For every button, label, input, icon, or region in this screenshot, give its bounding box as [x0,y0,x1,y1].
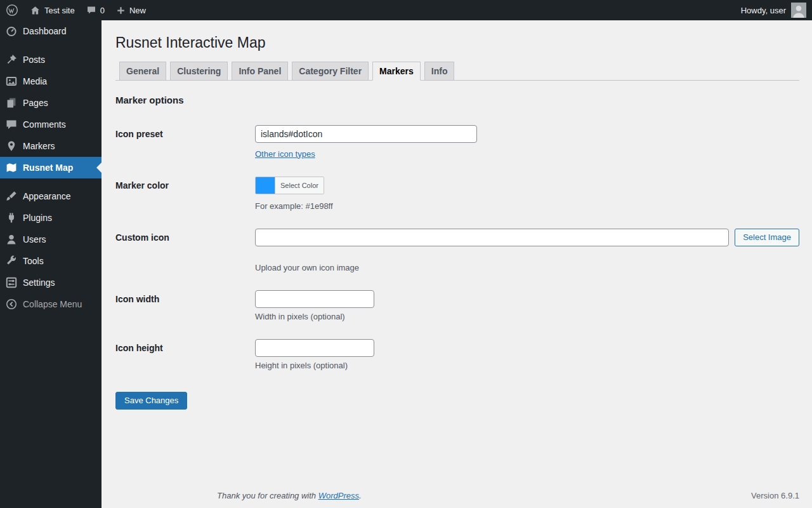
wordpress-link[interactable]: WordPress [318,491,359,500]
sidebar-item-label: Markers [23,141,59,151]
save-changes-button[interactable]: Save Changes [115,392,187,410]
wordpress-logo-icon [6,4,18,17]
sidebar-item-users[interactable]: Users [0,229,102,250]
tab-category-filter[interactable]: Category Filter [292,62,369,80]
brush-icon [0,190,23,203]
admin-bar: Test site 0 New Howdy, user [0,0,812,20]
select-image-button[interactable]: Select Image [735,229,799,246]
media-icon [0,75,23,88]
user-icon [0,233,23,246]
custom-icon-label: Custom icon [115,229,255,272]
custom-icon-input[interactable] [255,229,729,246]
sidebar-item-label: Pages [23,98,52,108]
sidebar-item-settings[interactable]: Settings [0,272,102,293]
form-row-icon-preset: Icon preset Other icon types [115,125,799,159]
comments-count: 0 [100,6,105,15]
settings-tab-bar: General Clustering Info Panel Category F… [115,62,799,81]
form-row-icon-height: Icon height Height in pixels (optional) [115,339,799,370]
footer-version: Version 6.9.1 [751,491,799,500]
dashboard-icon [0,25,23,37]
marker-color-label: Marker color [115,177,255,211]
footer-thanks-text: Thank you for creating with [217,491,316,500]
pages-icon [0,97,23,109]
wrench-icon [0,255,23,267]
form-row-marker-color: Marker color Select Color For example: #… [115,177,799,211]
sidebar-item-label: Media [23,76,51,86]
user-avatar [791,3,806,18]
icon-preset-input[interactable] [255,125,477,143]
comment-icon [86,5,96,15]
icon-height-hint: Height in pixels (optional) [255,361,799,370]
sidebar-item-plugins[interactable]: Plugins [0,207,102,229]
admin-bar-left: Test site 0 New [0,0,152,20]
marker-color-hint: For example: #1e98ff [255,201,799,211]
howdy-text: Howdy, user [741,6,786,15]
icon-width-label: Icon width [115,290,255,321]
my-account-menu[interactable]: Howdy, user [735,0,812,20]
admin-sidebar: Dashboard Posts Media Pages Comments [0,20,102,508]
pushpin-icon [0,53,23,66]
menu-separator [0,178,102,185]
form-row-icon-width: Icon width Width in pixels (optional) [115,290,799,321]
icon-height-label: Icon height [115,339,255,370]
menu-separator [0,42,102,49]
sidebar-item-label: Dashboard [23,26,70,36]
settings-icon [0,276,23,289]
collapse-menu-button[interactable]: Collapse Menu [0,293,102,315]
collapse-icon [0,298,23,311]
icon-height-input[interactable] [255,339,374,357]
map-pin-icon [0,140,23,152]
sidebar-item-media[interactable]: Media [0,70,102,92]
sidebar-item-rusnet-map[interactable]: Rusnet Map [0,157,102,178]
sidebar-item-label: Posts [23,55,49,65]
sidebar-item-markers[interactable]: Markers [0,135,102,157]
page-title: Rusnet Interactive Map [115,34,799,52]
sidebar-item-label: Settings [23,277,59,288]
custom-icon-hint: Upload your own icon image [255,263,799,272]
sidebar-item-label: Rusnet Map [23,163,77,173]
tab-clustering[interactable]: Clustering [170,62,228,80]
home-icon [30,5,41,16]
sidebar-item-dashboard[interactable]: Dashboard [0,20,102,42]
admin-bar-right: Howdy, user [735,0,812,20]
plug-icon [0,211,23,224]
new-label: New [129,6,146,15]
select-color-button[interactable]: Select Color [255,177,324,194]
main-content: Rusnet Interactive Map General Clusterin… [102,0,812,508]
marker-color-swatch [256,177,275,194]
sidebar-item-label: Collapse Menu [23,299,86,309]
sidebar-item-label: Appearance [23,191,75,201]
site-name-menu[interactable]: Test site [24,0,81,20]
map-icon [0,161,23,174]
other-icon-types-link[interactable]: Other icon types [255,149,315,159]
site-name: Test site [44,6,75,15]
sidebar-item-posts[interactable]: Posts [0,49,102,70]
sidebar-item-label: Plugins [23,213,56,223]
icon-preset-label: Icon preset [115,125,255,159]
sidebar-item-label: Comments [23,119,70,130]
comments-menu[interactable]: 0 [81,0,110,20]
footer-period: . [359,491,362,500]
sidebar-item-comments[interactable]: Comments [0,114,102,135]
form-row-custom-icon: Custom icon Select Image Upload your own… [115,229,799,272]
section-heading: Marker options [115,95,799,105]
comments-icon [0,118,23,131]
wordpress-logo-menu[interactable] [0,0,24,20]
marker-options-form: Icon preset Other icon types Marker colo… [115,125,799,410]
tab-markers[interactable]: Markers [372,62,421,81]
admin-footer: Thank you for creating with WordPress. V… [217,491,799,500]
sidebar-item-tools[interactable]: Tools [0,250,102,272]
plus-icon [116,6,126,15]
tab-info-panel[interactable]: Info Panel [232,62,288,80]
sidebar-item-label: Users [23,234,50,244]
select-color-label: Select Color [275,177,324,194]
icon-width-input[interactable] [255,290,374,308]
sidebar-item-pages[interactable]: Pages [0,92,102,114]
tab-info[interactable]: Info [424,62,455,80]
icon-width-hint: Width in pixels (optional) [255,312,799,321]
footer-thanks: Thank you for creating with WordPress. [217,491,362,500]
sidebar-item-label: Tools [23,256,48,266]
sidebar-item-appearance[interactable]: Appearance [0,185,102,207]
tab-general[interactable]: General [119,62,166,80]
new-content-menu[interactable]: New [110,0,152,20]
